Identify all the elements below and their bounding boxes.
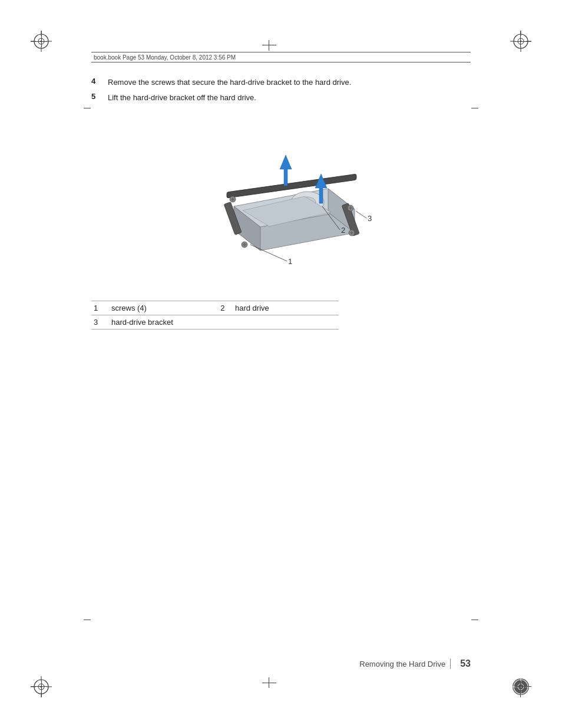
crosshair-top-h [262,45,276,45]
crosshair-bottom-h [262,683,276,683]
tick-left-top [84,108,91,108]
part-label-bracket: hard-drive bracket [107,315,339,330]
svg-text:1: 1 [288,257,292,266]
parts-row-2: 3 hard-drive bracket [91,315,339,330]
step-4-number: 4 [91,77,108,88]
part-num-3: 3 [91,315,107,330]
header-bar: book.book Page 53 Monday, October 8, 201… [91,52,471,62]
reg-mark-br [510,676,531,697]
reg-line-tr-v [520,31,521,47]
tick-right-top [471,108,478,108]
step-4: 4 Remove the screws that secure the hard… [91,77,471,88]
crosshair-bottom-v [269,677,269,688]
parts-row-1: 1 screws (4) 2 hard drive [91,301,339,315]
footer: Removing the Hard Drive 53 [91,658,471,669]
step-5-number: 5 [91,92,108,104]
svg-rect-39 [227,174,356,198]
footer-text: Removing the Hard Drive [359,660,445,668]
crosshair-top-v [269,40,269,51]
svg-line-58 [356,211,366,218]
step-5-text: Lift the hard-drive bracket off the hard… [108,92,256,104]
reg-line-br-v [520,681,521,697]
reg-line-tl-h [31,41,47,42]
step-4-text: Remove the screws that secure the hard-d… [108,77,351,88]
part-label-hard-drive: hard drive [230,301,339,315]
parts-table: 1 screws (4) 2 hard drive 3 hard-drive b… [91,301,339,330]
part-num-1: 1 [91,301,107,315]
diagram-container: 1 2 3 [91,115,471,286]
main-content: 4 Remove the screws that secure the hard… [91,77,471,107]
step-5: 5 Lift the hard-drive bracket off the ha… [91,92,471,104]
part-sep-1: 2 [215,301,230,315]
reg-line-tl-v [41,31,42,47]
reg-line-br-h [515,686,531,687]
svg-text:2: 2 [341,226,345,235]
footer-divider [450,658,451,669]
diagram-svg: 1 2 3 [181,115,381,286]
reg-line-bl-v [41,681,42,697]
reg-line-bl-h [31,686,47,687]
header-text: book.book Page 53 Monday, October 8, 201… [94,54,236,61]
footer-page: 53 [460,658,471,669]
part-label-screws: screws (4) [107,301,215,315]
svg-text:3: 3 [368,214,372,223]
svg-marker-52 [280,155,292,186]
reg-line-tr-h [515,41,531,42]
tick-left-bottom [84,620,91,620]
tick-right-bottom [471,620,478,620]
